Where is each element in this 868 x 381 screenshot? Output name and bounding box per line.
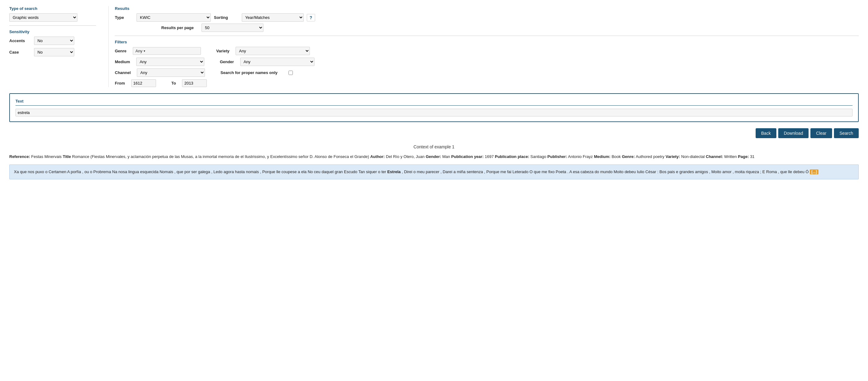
results-type-label: Type <box>115 15 133 20</box>
text-box-label: Text <box>16 99 852 106</box>
to-label: To <box>172 81 176 86</box>
proper-names-checkbox[interactable] <box>288 70 293 75</box>
sensitivity-label: Sensitivity <box>9 29 96 34</box>
channel-ref-value: Written <box>724 154 737 159</box>
gender-label: Gender <box>220 59 234 64</box>
from-input[interactable] <box>131 79 156 87</box>
pub-year-label: Publication year: <box>451 154 484 159</box>
reference-block: Reference: Festas Minervais Title Romanc… <box>9 154 859 160</box>
type-of-search-select[interactable]: Graphic words Lemma Phonological <box>9 13 78 22</box>
results-type-select[interactable]: KWIC Frequency Distribution <box>136 13 211 22</box>
case-label: Case <box>9 50 31 55</box>
download-button[interactable]: Download <box>778 128 809 138</box>
author-label: Author: <box>370 154 385 159</box>
results-per-page-select[interactable]: 10 20 50 100 <box>202 24 264 32</box>
text-box-container: Text <box>9 93 859 122</box>
channel-ref-label: Channel: <box>706 154 723 159</box>
gender-ref-label: Gender: <box>426 154 441 159</box>
pub-place-value: Santiago <box>530 154 546 159</box>
medium-select[interactable]: Any Book Journal Web <box>136 58 204 66</box>
channel-select[interactable]: Any Written Spoken <box>137 68 205 77</box>
variety-ref-label: Variety: <box>665 154 680 159</box>
genre-ref-value: Authored poetry <box>636 154 664 159</box>
genre-dropdown[interactable]: Any ▾ <box>133 47 201 55</box>
action-buttons-row: Back Download Clear Search <box>9 128 859 138</box>
publisher-value: Antonio Frayz <box>568 154 593 159</box>
gender-select[interactable]: Any Man Woman Unknown <box>240 58 314 66</box>
search-button[interactable]: Search <box>834 128 859 138</box>
results-per-page-label: Results per page <box>161 25 198 30</box>
pub-place-label: Publication place: <box>495 154 529 159</box>
title-value: Romance (Fiestas Minervales, y aclamació… <box>72 154 369 159</box>
type-of-search-label: Type of search <box>9 6 96 11</box>
pub-year-value: 1697 <box>485 154 494 159</box>
from-label: From <box>115 81 125 86</box>
author-value: Del Río y Otero, Juan <box>386 154 425 159</box>
page-label: Page: <box>738 154 749 159</box>
genre-label: Genre <box>115 49 127 53</box>
reference-label: Reference: <box>9 154 30 159</box>
accents-select[interactable]: No Yes <box>34 36 74 45</box>
filters-label: Filters <box>115 40 859 44</box>
medium-ref-label: Medium: <box>594 154 611 159</box>
variety-select[interactable]: Any Standard Non-dialectal <box>236 47 310 55</box>
accents-label: Accents <box>9 38 31 43</box>
sorting-select[interactable]: Year/Matches Alphabetical Frequency <box>242 13 304 22</box>
channel-label: Channel <box>115 70 131 75</box>
page-value: 31 <box>750 154 754 159</box>
proper-names-label: Search for proper names only <box>220 70 282 75</box>
title-label: Title <box>63 154 71 159</box>
sorting-help-button[interactable]: ? <box>307 14 315 21</box>
excerpt-bold-word: Estrela <box>387 170 401 174</box>
variety-label: Variety <box>216 49 230 53</box>
results-label: Results <box>115 6 859 11</box>
variety-ref-value: Non-dialectal <box>681 154 705 159</box>
text-input[interactable] <box>16 109 852 116</box>
case-select[interactable]: No Yes <box>34 48 74 56</box>
excerpt-more-button[interactable]: [...] <box>810 170 818 174</box>
context-title: Context of example 1 <box>9 144 859 149</box>
reference-value: Festas Minervais <box>31 154 62 159</box>
publisher-label: Publisher: <box>547 154 567 159</box>
genre-ref-label: Genre: <box>622 154 635 159</box>
sorting-label: Sorting <box>214 15 239 20</box>
back-button[interactable]: Back <box>756 128 776 138</box>
medium-ref-value: Book <box>612 154 621 159</box>
excerpt-block: Xa que nos puxo o Certamen A porfía , ou… <box>9 165 859 179</box>
clear-button[interactable]: Clear <box>810 128 832 138</box>
to-input[interactable] <box>182 79 207 87</box>
medium-label: Medium <box>115 59 130 64</box>
gender-ref-value: Man <box>442 154 450 159</box>
